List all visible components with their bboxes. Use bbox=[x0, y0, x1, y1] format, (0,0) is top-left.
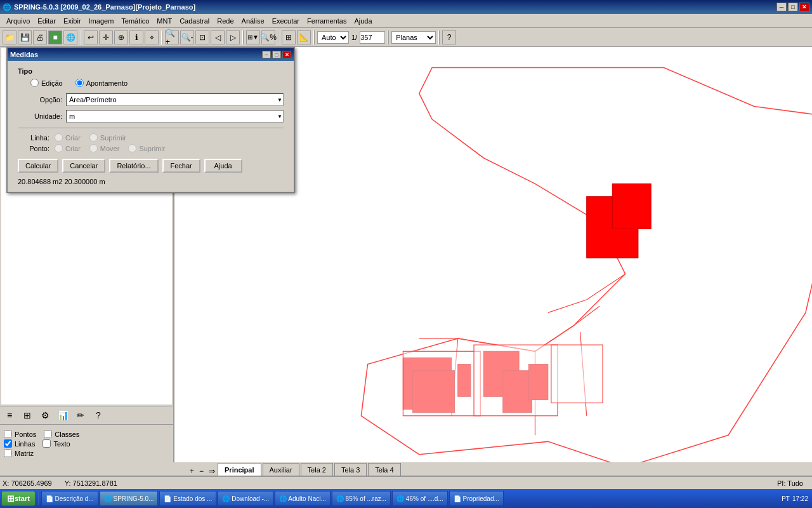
tb-btn-2[interactable]: 💾 bbox=[18, 30, 32, 44]
window-controls[interactable]: ─ □ ✕ bbox=[776, 3, 809, 11]
zoom-mode-select[interactable]: Auto bbox=[317, 31, 349, 44]
tb-btn-undo[interactable]: ↩ bbox=[84, 30, 98, 44]
tab-nav-minus[interactable]: − bbox=[197, 467, 206, 476]
menu-rede[interactable]: Rede bbox=[213, 16, 237, 26]
menu-editar[interactable]: Editar bbox=[34, 16, 60, 26]
cb-texto-input[interactable] bbox=[43, 439, 51, 448]
ponto-suprimir[interactable]: Suprimir bbox=[128, 144, 165, 152]
task-descricao[interactable]: 📄 Descrição d... bbox=[41, 491, 98, 506]
menu-cadastral[interactable]: Cadastral bbox=[176, 16, 213, 26]
tb-btn-help[interactable]: ? bbox=[442, 30, 456, 44]
linha-criar[interactable]: Criar bbox=[55, 133, 81, 142]
panel-icon-6[interactable]: ? bbox=[91, 408, 105, 422]
linha-suprimir[interactable]: Suprimir bbox=[89, 133, 126, 142]
menu-ferramentas[interactable]: Ferramentas bbox=[303, 16, 350, 26]
tb-btn-grid[interactable]: ⊞ bbox=[282, 30, 296, 44]
tab-tela3[interactable]: Tela 3 bbox=[334, 463, 367, 476]
task-prop[interactable]: 📄 Propriedad... bbox=[449, 491, 504, 506]
maximize-button[interactable]: □ bbox=[788, 3, 798, 11]
task-85pct[interactable]: 🌐 85% of ...raz... bbox=[332, 491, 391, 506]
projection-select[interactable]: Planas bbox=[391, 31, 436, 44]
tb-btn-zoom-box[interactable]: ⊡ bbox=[195, 30, 209, 44]
dialog-controls[interactable]: ─ □ ✕ bbox=[262, 51, 291, 58]
ponto-suprimir-input[interactable] bbox=[128, 144, 136, 152]
tb-btn-select[interactable]: ⌖ bbox=[145, 30, 159, 44]
menu-arquivo[interactable]: Arquivo bbox=[3, 16, 34, 26]
tab-tela2[interactable]: Tela 2 bbox=[301, 463, 333, 476]
close-button[interactable]: ✕ bbox=[799, 3, 809, 11]
tab-principal[interactable]: Principal bbox=[218, 463, 261, 476]
start-button[interactable]: ⊞ start bbox=[1, 491, 36, 506]
relatorio-button[interactable]: Relatório... bbox=[109, 159, 158, 173]
unidade-select[interactable]: m bbox=[66, 110, 284, 123]
tb-btn-5[interactable]: 🌐 bbox=[63, 30, 77, 44]
linha-criar-input[interactable] bbox=[55, 133, 63, 142]
tb-btn-info[interactable]: ℹ bbox=[129, 30, 143, 44]
scale-input[interactable] bbox=[360, 31, 385, 44]
minimize-button[interactable]: ─ bbox=[776, 3, 787, 11]
cb-linhas[interactable]: Linhas bbox=[4, 439, 35, 448]
menu-tematico[interactable]: Temático bbox=[117, 16, 153, 26]
ponto-criar-input[interactable] bbox=[55, 144, 63, 152]
tb-btn-4[interactable]: ■ bbox=[48, 30, 62, 44]
dialog-titlebar: Medidas ─ □ ✕ bbox=[8, 48, 294, 61]
menu-ajuda[interactable]: Ajuda bbox=[350, 16, 376, 26]
tb-btn-zoom-out[interactable]: 🔍- bbox=[180, 30, 194, 44]
tb-btn-fwd[interactable]: ▷ bbox=[226, 30, 240, 44]
menu-mnt[interactable]: MNT bbox=[153, 16, 176, 26]
opcao-select[interactable]: Área/Perímetro bbox=[66, 93, 284, 106]
calcular-button[interactable]: Calcular bbox=[18, 159, 58, 173]
fechar-button[interactable]: Fechar bbox=[162, 159, 200, 173]
ajuda-button[interactable]: Ajuda bbox=[204, 159, 242, 173]
dialog-maximize[interactable]: □ bbox=[272, 51, 281, 58]
linha-suprimir-input[interactable] bbox=[89, 133, 98, 142]
cb-pontos-input[interactable] bbox=[4, 430, 12, 438]
cb-texto[interactable]: Texto bbox=[43, 439, 70, 448]
radio-apontamento-input[interactable] bbox=[75, 79, 84, 87]
cancelar-button[interactable]: Cancelar bbox=[62, 159, 105, 173]
tb-btn-zoom-pct[interactable]: 🔍% bbox=[261, 30, 275, 44]
tb-btn-zoom-in[interactable]: 🔍+ bbox=[165, 30, 179, 44]
tb-btn-move[interactable]: ⊕ bbox=[114, 30, 128, 44]
cb-classes-input[interactable] bbox=[44, 430, 52, 438]
task-spring[interactable]: 🌐 SPRING-5.0... bbox=[100, 491, 159, 506]
cb-matriz[interactable]: Matriz bbox=[4, 449, 34, 457]
radio-edicao[interactable]: Edição bbox=[30, 79, 63, 87]
task-46pct[interactable]: 🌐 46% of ....d... bbox=[392, 491, 448, 506]
lang-indicator: PT bbox=[782, 495, 790, 502]
ponto-criar[interactable]: Criar bbox=[55, 144, 81, 152]
panel-icon-1[interactable]: ≡ bbox=[3, 408, 16, 422]
task-download[interactable]: 🌐 Download -... bbox=[218, 491, 273, 506]
dialog-close[interactable]: ✕ bbox=[282, 51, 291, 58]
radio-apontamento[interactable]: Apontamento bbox=[75, 79, 128, 87]
menu-analise[interactable]: Análise bbox=[238, 16, 268, 26]
tab-tela4[interactable]: Tela 4 bbox=[368, 463, 400, 476]
task-estado[interactable]: 📄 Estado dos ... bbox=[159, 491, 216, 506]
menu-imagem[interactable]: Imagem bbox=[85, 16, 118, 26]
tab-nav-arrow[interactable]: ⇒ bbox=[206, 467, 218, 476]
radio-edicao-input[interactable] bbox=[30, 79, 39, 87]
cb-matriz-input[interactable] bbox=[4, 449, 12, 457]
menu-exibir[interactable]: Exibir bbox=[60, 16, 85, 26]
tb-btn-1[interactable]: 📁 bbox=[3, 30, 16, 44]
clock: 17:22 bbox=[792, 495, 808, 502]
tb-btn-ruler[interactable]: 📐 bbox=[297, 30, 311, 44]
tb-btn-layer[interactable]: ⊞▼ bbox=[246, 30, 260, 44]
panel-icon-2[interactable]: ⊞ bbox=[20, 408, 34, 422]
tab-auxiliar[interactable]: Auxiliar bbox=[263, 463, 299, 476]
task-adulto[interactable]: 🌐 Adulto Naci... bbox=[275, 491, 331, 506]
panel-icon-4[interactable]: 📊 bbox=[56, 408, 70, 422]
menu-executar[interactable]: Executar bbox=[268, 16, 303, 26]
dialog-minimize[interactable]: ─ bbox=[262, 51, 271, 58]
cb-pontos[interactable]: Pontos bbox=[4, 430, 36, 438]
panel-icon-5[interactable]: ✏ bbox=[74, 408, 88, 422]
tab-nav-plus[interactable]: + bbox=[187, 467, 197, 476]
panel-icon-3[interactable]: ⚙ bbox=[38, 408, 52, 422]
cb-classes[interactable]: Classes bbox=[44, 430, 79, 438]
tb-btn-3[interactable]: 🖨 bbox=[33, 30, 47, 44]
ponto-mover-input[interactable] bbox=[89, 144, 98, 152]
ponto-mover[interactable]: Mover bbox=[89, 144, 120, 152]
tb-btn-cross[interactable]: ✛ bbox=[99, 30, 113, 44]
cb-linhas-input[interactable] bbox=[4, 439, 12, 448]
tb-btn-back[interactable]: ◁ bbox=[211, 30, 225, 44]
